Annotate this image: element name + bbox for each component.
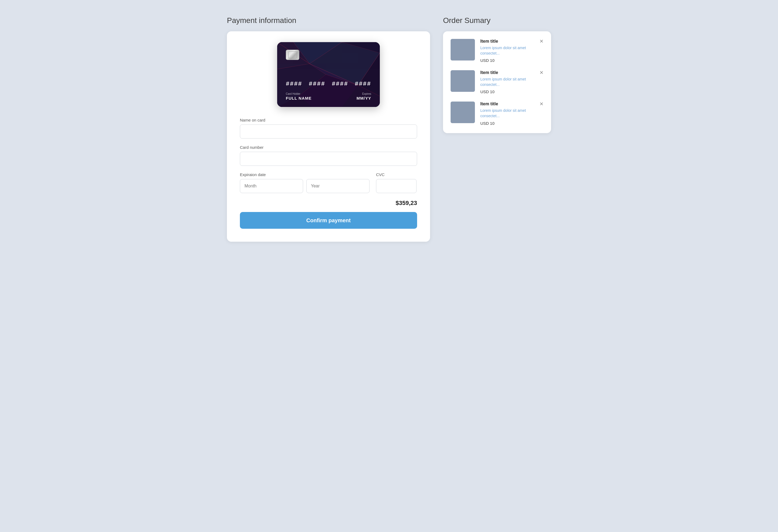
item-price: USD 10 bbox=[480, 89, 544, 94]
item-remove-button[interactable]: ✕ bbox=[539, 101, 544, 106]
item-title: Item title bbox=[480, 101, 544, 106]
item-price: USD 10 bbox=[480, 121, 544, 125]
order-summary-panel: Order Sumary Item title Lorem ipsum dolo… bbox=[443, 16, 551, 133]
order-summary-title: Order Sumary bbox=[443, 16, 551, 25]
total-amount: $359,23 bbox=[240, 199, 417, 206]
card-expires-section: Expires MM/YY bbox=[357, 92, 371, 100]
card-number-group: Card number bbox=[240, 145, 417, 166]
item-image bbox=[451, 39, 475, 61]
card-holder-label: Card Holder bbox=[286, 92, 311, 95]
item-description: Lorem ipsum dolor sit amet consectet... bbox=[480, 108, 544, 118]
item-remove-button[interactable]: ✕ bbox=[539, 70, 544, 75]
item-details: Item title Lorem ipsum dolor sit amet co… bbox=[480, 101, 544, 125]
card-chip bbox=[286, 50, 299, 60]
credit-card-visual: #### #### #### #### Card Holder FULL NAM… bbox=[277, 42, 380, 107]
card-holder-value: FULL NAME bbox=[286, 96, 311, 100]
page-container: Payment information bbox=[227, 16, 551, 242]
card-number-input[interactable] bbox=[240, 152, 417, 166]
item-title: Item title bbox=[480, 70, 544, 75]
cvc-group: CVC bbox=[376, 172, 416, 193]
item-image bbox=[451, 101, 475, 123]
expiry-cvc-row: Expiraion date CVC bbox=[240, 172, 417, 193]
card-expires-value: MM/YY bbox=[357, 96, 371, 100]
order-item: Item title Lorem ipsum dolor sit amet co… bbox=[451, 70, 544, 94]
item-description: Lorem ipsum dolor sit amet consectet... bbox=[480, 46, 544, 56]
card-holder-section: Card Holder FULL NAME bbox=[286, 92, 311, 100]
name-on-card-label: Name on card bbox=[240, 118, 417, 122]
name-on-card-group: Name on card bbox=[240, 118, 417, 139]
month-input[interactable] bbox=[240, 179, 303, 193]
item-remove-button[interactable]: ✕ bbox=[539, 39, 544, 44]
order-item: Item title Lorem ipsum dolor sit amet co… bbox=[451, 39, 544, 63]
cvc-input[interactable] bbox=[376, 179, 416, 193]
card-number-label: Card number bbox=[240, 145, 417, 150]
payment-form-card: #### #### #### #### Card Holder FULL NAM… bbox=[227, 31, 430, 242]
item-image bbox=[451, 70, 475, 92]
item-description: Lorem ipsum dolor sit amet consectet... bbox=[480, 77, 544, 87]
order-item: Item title Lorem ipsum dolor sit amet co… bbox=[451, 101, 544, 125]
expiry-group: Expiraion date bbox=[240, 172, 370, 193]
item-details: Item title Lorem ipsum dolor sit amet co… bbox=[480, 39, 544, 63]
expiry-inputs bbox=[240, 179, 370, 193]
item-details: Item title Lorem ipsum dolor sit amet co… bbox=[480, 70, 544, 94]
confirm-payment-button[interactable]: Confirm payment bbox=[240, 212, 417, 229]
payment-title: Payment information bbox=[227, 16, 430, 25]
card-info-row: Card Holder FULL NAME Expires MM/YY bbox=[286, 92, 371, 100]
card-number-display: #### #### #### #### bbox=[286, 81, 371, 88]
item-price: USD 10 bbox=[480, 58, 544, 63]
card-expires-label: Expires bbox=[357, 92, 371, 95]
cvc-label: CVC bbox=[376, 172, 416, 177]
payment-panel: Payment information bbox=[227, 16, 430, 242]
expiry-label: Expiraion date bbox=[240, 172, 370, 177]
year-input[interactable] bbox=[306, 179, 370, 193]
order-summary-card: Item title Lorem ipsum dolor sit amet co… bbox=[443, 31, 551, 133]
name-on-card-input[interactable] bbox=[240, 124, 417, 139]
item-title: Item title bbox=[480, 39, 544, 44]
